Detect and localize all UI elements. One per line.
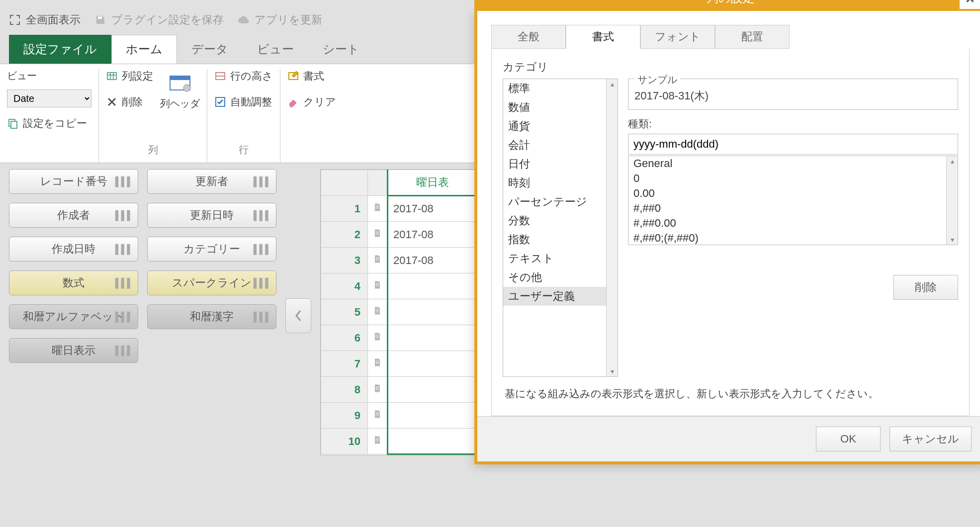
dialog-tab-align[interactable]: 配置 bbox=[715, 25, 790, 49]
format-item[interactable]: #,##0 bbox=[628, 201, 958, 216]
scroll-down-icon[interactable]: ▾ bbox=[608, 367, 616, 375]
data-cell[interactable] bbox=[388, 273, 477, 299]
category-item[interactable]: 通貨 bbox=[503, 117, 618, 136]
scroll-up-icon[interactable]: ▴ bbox=[948, 157, 956, 165]
svg-rect-36 bbox=[376, 363, 379, 363]
tab-view[interactable]: ビュー bbox=[243, 35, 308, 64]
dialog-title: 列の設定 bbox=[707, 0, 755, 6]
row-height[interactable]: 行の高さ bbox=[214, 69, 273, 83]
delete-format-button[interactable]: 削除 bbox=[893, 275, 958, 300]
row-header[interactable]: 8 bbox=[321, 377, 368, 403]
prev-page-button[interactable] bbox=[285, 298, 311, 333]
column-header-button[interactable]: 列ヘッダ bbox=[160, 69, 200, 110]
category-item[interactable]: 日付 bbox=[503, 155, 618, 174]
scroll-down-icon[interactable]: ▾ bbox=[948, 236, 956, 244]
category-item[interactable]: ユーザー定義 bbox=[503, 287, 618, 306]
dialog-close-button[interactable]: ✕ bbox=[960, 0, 980, 9]
category-item[interactable]: 時刻 bbox=[503, 174, 618, 192]
field-pill[interactable]: 更新日時▌▌▌ bbox=[147, 203, 276, 228]
row-header[interactable]: 9 bbox=[321, 403, 368, 429]
category-item[interactable]: パーセンテージ bbox=[503, 192, 618, 211]
copy-settings[interactable]: 設定をコピー bbox=[7, 116, 87, 130]
row-height-icon bbox=[214, 70, 226, 82]
format-item[interactable]: #,##0;(#,##0) bbox=[628, 231, 958, 245]
dialog-tab-format[interactable]: 書式 bbox=[566, 25, 640, 49]
spreadsheet[interactable]: 曜日表 12017-0822017-0832017-0845678910 bbox=[320, 169, 478, 455]
category-item[interactable]: テキスト bbox=[503, 249, 618, 268]
category-item[interactable]: 標準 bbox=[503, 79, 618, 98]
format-listbox[interactable]: ▴ ▾ General00.00#,##0#,##0.00#,##0;(#,##… bbox=[628, 156, 958, 245]
row-header[interactable]: 3 bbox=[321, 248, 368, 273]
field-pill[interactable]: 和暦漢字▌▌▌ bbox=[147, 304, 276, 329]
dialog-tab-font[interactable]: フォント bbox=[640, 25, 715, 49]
cloud-upload-icon bbox=[238, 14, 250, 26]
row-header[interactable]: 10 bbox=[321, 429, 368, 454]
tab-sheet[interactable]: シート bbox=[308, 35, 374, 64]
auto-adjust[interactable]: 自動調整 bbox=[214, 95, 272, 109]
format-item[interactable]: #,##0.00 bbox=[628, 216, 958, 231]
format-button[interactable]: 書式 bbox=[287, 69, 324, 83]
chevron-left-icon bbox=[293, 309, 303, 323]
field-pill[interactable]: 和暦アルファベット▌▌▌ bbox=[9, 304, 138, 329]
format-item[interactable]: 0 bbox=[628, 171, 958, 186]
row-header[interactable]: 1 bbox=[321, 196, 368, 222]
view-select[interactable]: Date bbox=[7, 89, 91, 107]
ribbon-group-row-label: 行 bbox=[214, 140, 273, 159]
field-pill[interactable]: 更新者▌▌▌ bbox=[147, 169, 276, 194]
field-pill[interactable]: 曜日表示▌▌▌ bbox=[9, 338, 138, 363]
data-cell[interactable]: 2017-08 bbox=[388, 248, 477, 273]
data-cell[interactable] bbox=[388, 429, 477, 454]
row-header[interactable]: 5 bbox=[321, 299, 368, 325]
field-pill[interactable]: スパークライン▌▌▌ bbox=[147, 270, 276, 295]
ribbon-group-format: 書式 クリア bbox=[280, 69, 343, 163]
category-item[interactable]: 分数 bbox=[503, 211, 618, 230]
column-header[interactable]: 曜日表 bbox=[388, 170, 477, 196]
data-cell[interactable]: 2017-08 bbox=[388, 196, 477, 222]
row-header[interactable]: 7 bbox=[321, 351, 368, 377]
row-header[interactable]: 4 bbox=[321, 273, 368, 299]
svg-rect-24 bbox=[376, 260, 379, 260]
row-header[interactable]: 6 bbox=[321, 325, 368, 351]
clear-button[interactable]: クリア bbox=[287, 95, 336, 109]
format-label: 書式 bbox=[303, 69, 324, 83]
category-item[interactable]: その他 bbox=[503, 268, 618, 287]
field-pill[interactable]: 数式▌▌▌ bbox=[9, 270, 138, 295]
format-item[interactable]: 0.00 bbox=[628, 186, 958, 201]
category-item[interactable]: 会計 bbox=[503, 136, 618, 155]
tab-file[interactable]: 設定ファイル bbox=[9, 35, 111, 64]
format-code-input[interactable] bbox=[628, 134, 958, 155]
document-icon bbox=[372, 357, 382, 367]
dialog-tab-general[interactable]: 全般 bbox=[491, 25, 566, 49]
cancel-button[interactable]: キャンセル bbox=[890, 427, 972, 451]
update-app[interactable]: アプリを更新 bbox=[238, 12, 322, 27]
scroll-up-icon[interactable]: ▴ bbox=[608, 80, 616, 88]
data-cell[interactable]: 2017-08 bbox=[388, 222, 477, 248]
data-cell[interactable] bbox=[388, 325, 477, 351]
svg-rect-41 bbox=[376, 414, 379, 414]
category-item[interactable]: 指数 bbox=[503, 230, 618, 249]
row-header[interactable]: 2 bbox=[321, 222, 368, 248]
format-item[interactable]: General bbox=[628, 156, 958, 171]
fullscreen-toggle[interactable]: 全画面表示 bbox=[9, 12, 81, 27]
ribbon-group-view-label bbox=[7, 142, 91, 159]
category-listbox[interactable]: ▴ ▾ 標準数値通貨会計日付時刻パーセンテージ分数指数テキストその他ユーザー定義 bbox=[503, 79, 618, 377]
drag-grip-icon: ▌▌▌ bbox=[115, 176, 133, 187]
data-cell[interactable] bbox=[388, 351, 477, 377]
field-pill[interactable]: 作成日時▌▌▌ bbox=[9, 237, 138, 262]
field-pill[interactable]: レコード番号▌▌▌ bbox=[9, 169, 138, 194]
field-pill[interactable]: 作成者▌▌▌ bbox=[9, 203, 138, 228]
column-settings[interactable]: 列設定 bbox=[106, 69, 153, 83]
tab-data[interactable]: データ bbox=[177, 35, 243, 64]
delete-column[interactable]: 削除 bbox=[106, 95, 143, 109]
svg-rect-30 bbox=[376, 311, 379, 312]
tab-home[interactable]: ホーム bbox=[111, 35, 177, 64]
ok-button[interactable]: OK bbox=[816, 427, 881, 451]
category-item[interactable]: 数値 bbox=[503, 98, 618, 117]
drag-grip-icon: ▌▌▌ bbox=[115, 210, 133, 221]
data-cell[interactable] bbox=[388, 299, 477, 325]
data-cell[interactable] bbox=[388, 377, 477, 403]
save-plugin-settings[interactable]: プラグイン設定を保存 bbox=[94, 12, 224, 27]
field-pill[interactable]: カテゴリー▌▌▌ bbox=[147, 237, 276, 262]
document-icon bbox=[372, 383, 382, 393]
data-cell[interactable] bbox=[388, 403, 477, 429]
